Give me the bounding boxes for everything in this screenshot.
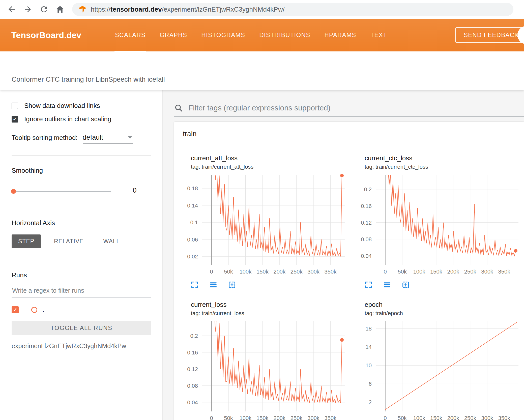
chart-canvas-current_ctc_loss[interactable]: 0.040.080.120.160.2050k100k150k200k250k3… xyxy=(354,173,522,279)
chart-canvas-epoch[interactable]: 26101418050k100k150k200k250k300k350k xyxy=(354,319,522,420)
tooltip-sorting-row: Tooltip sorting method: default xyxy=(12,134,151,144)
toggle-all-runs-button[interactable]: TOGGLE ALL RUNS xyxy=(12,321,151,335)
tab-text[interactable]: TEXT xyxy=(363,19,394,51)
horizontal-axis-label: Horizontal Axis xyxy=(12,219,151,227)
smoothing-slider-thumb[interactable] xyxy=(11,189,16,194)
svg-text:0.08: 0.08 xyxy=(187,383,198,389)
svg-text:50k: 50k xyxy=(224,415,233,420)
chart-title: current_loss xyxy=(191,301,348,309)
svg-text:50k: 50k xyxy=(398,415,407,420)
svg-text:350k: 350k xyxy=(325,415,337,420)
tensorboard-brand[interactable]: TensorBoard.dev xyxy=(11,30,81,40)
runs-label: Runs xyxy=(12,271,151,279)
search-icon xyxy=(174,104,183,112)
fit-domain-icon[interactable] xyxy=(228,281,236,289)
chart-current_ctc_loss: current_ctc_losstag: train/current_ctc_l… xyxy=(354,154,522,289)
chart-canvas-current_loss[interactable]: 0.040.080.120.160.2050k100k150k200k250k3… xyxy=(180,319,348,420)
show-download-links-label: Show data download links xyxy=(24,102,100,110)
horizontal-axis-buttons: STEPRELATIVEWALL xyxy=(12,234,151,248)
chart-tag: tag: train/epoch xyxy=(365,310,522,317)
tab-distributions[interactable]: DISTRIBUTIONS xyxy=(252,19,317,51)
svg-text:0.02: 0.02 xyxy=(187,253,198,260)
svg-text:200k: 200k xyxy=(273,268,286,275)
maximize-card-icon[interactable] xyxy=(364,281,373,289)
run-name: . xyxy=(42,306,44,314)
svg-text:100k: 100k xyxy=(240,415,252,420)
svg-text:14: 14 xyxy=(366,344,372,350)
axis-relative-button[interactable]: RELATIVE xyxy=(47,234,90,248)
svg-text:0.1: 0.1 xyxy=(190,219,198,226)
smoothing-slider[interactable] xyxy=(12,191,111,192)
send-feedback-button[interactable]: SEND FEEDBACK xyxy=(455,27,524,43)
tab-histograms[interactable]: HISTOGRAMS xyxy=(194,19,252,51)
browser-chrome: https://tensorboard.dev/experiment/lzGnE… xyxy=(0,0,524,19)
svg-text:18: 18 xyxy=(366,325,372,332)
svg-text:200k: 200k xyxy=(447,268,459,275)
ignore-outliers-row[interactable]: Ignore outliers in chart scaling xyxy=(12,115,151,123)
run-checkbox[interactable] xyxy=(12,306,19,313)
ignore-outliers-label: Ignore outliers in chart scaling xyxy=(24,115,111,123)
smoothing-slider-row: 0 xyxy=(12,187,151,196)
content-area: Show data download links Ignore outliers… xyxy=(0,90,524,420)
svg-text:0.18: 0.18 xyxy=(187,185,198,192)
chart-tag: tag: train/current_loss xyxy=(191,310,348,317)
svg-text:0.2: 0.2 xyxy=(364,186,372,193)
filter-tags-input[interactable] xyxy=(188,103,524,112)
svg-text:0.04: 0.04 xyxy=(361,253,372,259)
tab-scalars[interactable]: SCALARS xyxy=(108,19,153,51)
svg-text:0.12: 0.12 xyxy=(187,366,198,372)
home-icon[interactable] xyxy=(55,5,65,14)
url-text: https://tensorboard.dev/experiment/lzGnE… xyxy=(91,6,285,13)
axis-wall-button[interactable]: WALL xyxy=(97,234,127,248)
chart-canvas-current_att_loss[interactable]: 0.020.060.10.140.18050k100k150k200k250k3… xyxy=(180,173,348,279)
axis-step-button[interactable]: STEP xyxy=(12,234,41,248)
chart-actions xyxy=(364,281,522,289)
show-download-links-row[interactable]: Show data download links xyxy=(12,102,151,110)
back-icon[interactable] xyxy=(7,5,16,14)
svg-text:0.2: 0.2 xyxy=(190,333,198,339)
train-section-card: train current_att_losstag: train/current… xyxy=(174,122,524,420)
settings-sidebar: Show data download links Ignore outliers… xyxy=(0,90,163,420)
svg-text:150k: 150k xyxy=(430,268,443,275)
forward-icon[interactable] xyxy=(23,5,32,14)
train-section-header[interactable]: train xyxy=(174,122,524,145)
svg-text:0.16: 0.16 xyxy=(187,349,198,356)
show-download-links-checkbox[interactable] xyxy=(12,103,18,109)
tab-hparams[interactable]: HPARAMS xyxy=(317,19,363,51)
svg-text:150k: 150k xyxy=(256,268,269,275)
svg-text:250k: 250k xyxy=(290,268,303,275)
toggle-log-scale-icon[interactable] xyxy=(383,281,391,289)
tooltip-sorting-dropdown[interactable]: default xyxy=(83,134,133,144)
divider xyxy=(12,260,151,260)
runs-filter-input[interactable] xyxy=(12,287,152,294)
chart-current_att_loss: current_att_losstag: train/current_att_l… xyxy=(180,154,348,289)
svg-text:6: 6 xyxy=(369,381,372,387)
refresh-icon[interactable] xyxy=(39,5,48,14)
svg-text:300k: 300k xyxy=(481,268,493,275)
tooltip-sorting-label: Tooltip sorting method: xyxy=(12,134,78,144)
fit-domain-icon[interactable] xyxy=(401,281,410,289)
divider xyxy=(12,155,151,156)
svg-text:0.08: 0.08 xyxy=(361,236,372,243)
url-path: /experiment/lzGnETjwRxC3yghNMd4kPw/ xyxy=(162,6,285,13)
run-row[interactable]: . xyxy=(12,306,151,314)
run-color-circle xyxy=(31,307,37,313)
svg-text:50k: 50k xyxy=(398,268,407,275)
svg-text:100k: 100k xyxy=(240,268,252,275)
url-bar[interactable]: https://tensorboard.dev/experiment/lzGnE… xyxy=(72,3,513,16)
ignore-outliers-checkbox[interactable] xyxy=(12,116,18,123)
tab-graphs[interactable]: GRAPHS xyxy=(153,19,194,51)
url-scheme: https:// xyxy=(91,6,110,13)
experiment-title-band: Conformer CTC training for LibriSpeech w… xyxy=(0,51,524,90)
tooltip-sorting-value: default xyxy=(83,134,103,141)
header-tabs: SCALARSGRAPHSHISTOGRAMSDISTRIBUTIONSHPAR… xyxy=(108,19,394,51)
svg-text:250k: 250k xyxy=(464,268,477,275)
svg-text:200k: 200k xyxy=(273,415,286,420)
svg-text:300k: 300k xyxy=(307,268,320,275)
toggle-log-scale-icon[interactable] xyxy=(209,281,218,289)
smoothing-value[interactable]: 0 xyxy=(126,187,143,196)
svg-text:0.06: 0.06 xyxy=(187,236,198,243)
divider xyxy=(12,208,151,208)
svg-text:350k: 350k xyxy=(498,268,511,275)
maximize-card-icon[interactable] xyxy=(190,281,199,289)
